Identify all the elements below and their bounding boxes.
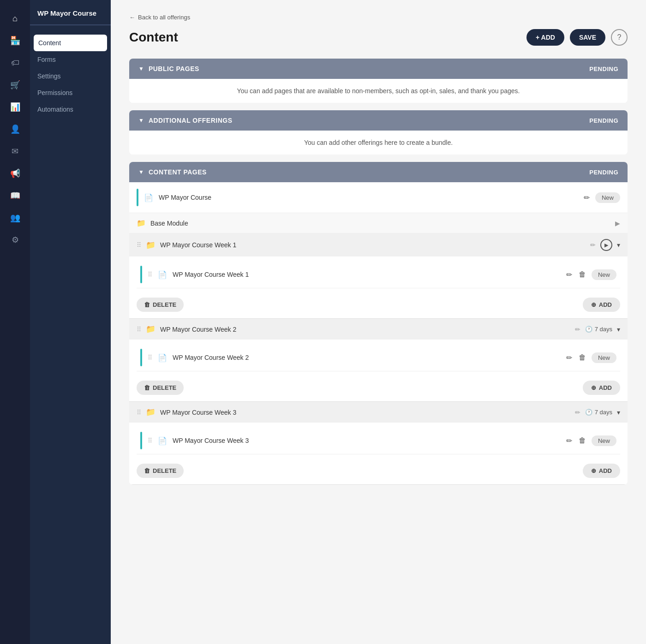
sidebar-icon-megaphone[interactable]: 📢: [6, 164, 24, 183]
module-week1-header: ⠿ 📁 WP Mayor Course Week 1 ✏ ▶ ▾: [129, 233, 628, 256]
module-week1-drag-handle[interactable]: ⠿: [137, 241, 141, 249]
module-week2-edit-icon[interactable]: ✏: [575, 326, 580, 333]
sidebar-icon-store[interactable]: 🏪: [6, 31, 24, 50]
module-week1-delete-icon: 🗑: [144, 301, 150, 308]
base-module-row[interactable]: 📁 Base Module ▶: [129, 213, 628, 233]
module-week3-edit-icon[interactable]: ✏: [575, 409, 580, 416]
module-week3-page-actions: ✏ 🗑 New: [565, 435, 616, 446]
sidebar-icon-cart[interactable]: 🛒: [6, 76, 24, 94]
add-button[interactable]: + ADD: [526, 29, 564, 46]
base-module-folder-icon: 📁: [137, 219, 146, 227]
module-week3-clock-icon: 🕐: [585, 409, 592, 416]
top-page-row: 📄 WP Mayor Course ✏ New: [129, 182, 628, 213]
sidebar-icon-book[interactable]: 📖: [6, 186, 24, 205]
content-pages-header[interactable]: ▼ CONTENT PAGES PENDING: [129, 162, 628, 182]
page-header: Content + ADD SAVE ?: [129, 29, 628, 46]
module-week2-page-badge: New: [592, 352, 616, 363]
public-pages-description: You can add pages that are available to …: [237, 87, 520, 95]
module-week3-delete-button[interactable]: 🗑 DELETE: [137, 464, 184, 478]
module-week1-edit-icon[interactable]: ✏: [590, 241, 596, 249]
module-week1-page-delete-btn[interactable]: 🗑: [578, 269, 587, 280]
module-week3-delay-badge: 🕐 7 days: [585, 409, 612, 416]
back-link[interactable]: ← Back to all offerings: [129, 14, 628, 21]
module-week2-delete-icon: 🗑: [144, 384, 150, 391]
module-week3-add-label: ADD: [599, 467, 612, 474]
module-week2-page-accent: [140, 349, 142, 366]
module-week2-clock-icon: 🕐: [585, 326, 592, 333]
module-week2-header: ⠿ 📁 WP Mayor Course Week 2 ✏ 🕐 7 days ▾: [129, 319, 628, 340]
module-week2-page-delete-btn[interactable]: 🗑: [578, 352, 587, 363]
public-pages-title: PUBLIC PAGES: [149, 65, 199, 72]
help-button[interactable]: ?: [611, 29, 628, 46]
module-week2-page-edit-btn[interactable]: ✏: [565, 352, 573, 363]
top-page-accent: [137, 189, 138, 206]
top-page-doc-icon: 📄: [144, 193, 153, 202]
module-week1-page-accent: [140, 266, 142, 283]
additional-offerings-description: You can add other offerings here to crea…: [304, 139, 453, 146]
public-pages-header[interactable]: ▼ PUBLIC PAGES PENDING: [129, 59, 628, 79]
sidebar-icon-home[interactable]: ⌂: [6, 9, 24, 28]
nav-item-permissions[interactable]: Permissions: [30, 84, 111, 101]
module-week1-add-button[interactable]: ⊕ ADD: [583, 298, 620, 312]
module-week3-page-accent: [140, 432, 142, 449]
public-pages-body: You can add pages that are available to …: [129, 79, 628, 103]
module-week3-folder-icon: 📁: [146, 407, 156, 417]
module-week3-drag-handle[interactable]: ⠿: [137, 409, 141, 416]
module-week1-page-actions: ✏ 🗑 New: [565, 269, 616, 280]
module-week3-page-row: ⠿ 📄 WP Mayor Course Week 3 ✏ 🗑 New: [137, 427, 620, 454]
nav-item-forms[interactable]: Forms: [30, 51, 111, 68]
nav-item-settings[interactable]: Settings: [30, 68, 111, 84]
module-week1-play-button[interactable]: ▶: [600, 239, 612, 251]
module-week1-page-drag[interactable]: ⠿: [148, 271, 152, 278]
module-week3-page-name: WP Mayor Course Week 3: [173, 437, 560, 444]
module-week1-add-label: ADD: [599, 301, 612, 308]
module-week2-delete-button[interactable]: 🗑 DELETE: [137, 381, 184, 395]
module-week1-name: WP Mayor Course Week 1: [160, 241, 586, 249]
additional-offerings-status: PENDING: [589, 117, 618, 124]
top-page-name: WP Mayor Course: [159, 194, 577, 201]
sidebar-icon-user[interactable]: 👤: [6, 120, 24, 138]
module-week3-body: ⠿ 📄 WP Mayor Course Week 3 ✏ 🗑 New: [129, 423, 628, 459]
public-pages-title-group: ▼ PUBLIC PAGES: [138, 65, 199, 72]
additional-offerings-title-group: ▼ ADDITIONAL OFFERINGS: [138, 117, 233, 124]
nav-item-automations[interactable]: Automations: [30, 101, 111, 118]
icon-sidebar: ⌂ 🏪 🏷 🛒 📊 👤 ✉ 📢 📖 👥 ⚙: [0, 0, 30, 644]
additional-offerings-chevron: ▼: [138, 117, 144, 124]
module-week2-page-actions: ✏ 🗑 New: [565, 352, 616, 363]
sidebar-icon-group[interactable]: 👥: [6, 209, 24, 227]
content-pages-section: ▼ CONTENT PAGES PENDING 📄 WP Mayor Cours…: [129, 162, 628, 485]
module-week3-page-edit-btn[interactable]: ✏: [565, 435, 573, 446]
additional-offerings-title: ADDITIONAL OFFERINGS: [149, 117, 233, 124]
nav-sidebar: WP Mayor Course Content Forms Settings P…: [30, 0, 111, 644]
module-week2-add-icon: ⊕: [591, 384, 596, 391]
brand-name: WP Mayor Course: [30, 9, 111, 25]
module-week3-name: WP Mayor Course Week 3: [160, 409, 570, 416]
module-week3-delete-icon: 🗑: [144, 467, 150, 474]
module-week2-page-doc-icon: 📄: [158, 353, 167, 362]
top-page-badge: New: [595, 192, 620, 203]
module-week3-page-delete-btn[interactable]: 🗑: [578, 435, 587, 446]
sidebar-icon-tag[interactable]: 🏷: [6, 54, 24, 72]
module-week1-delete-button[interactable]: 🗑 DELETE: [137, 298, 184, 312]
module-week3-dropdown[interactable]: ▾: [617, 409, 620, 416]
public-pages-status: PENDING: [589, 66, 618, 72]
module-week2-drag-handle[interactable]: ⠿: [137, 326, 141, 333]
module-week3-add-button[interactable]: ⊕ ADD: [583, 464, 620, 478]
sidebar-icon-gear[interactable]: ⚙: [6, 231, 24, 249]
save-button[interactable]: SAVE: [570, 29, 605, 46]
module-week3-footer: 🗑 DELETE ⊕ ADD: [129, 459, 628, 484]
top-page-edit-button[interactable]: ✏: [583, 192, 591, 203]
module-week2-page-drag[interactable]: ⠿: [148, 354, 152, 361]
module-week1-page-edit-btn[interactable]: ✏: [565, 269, 573, 280]
module-week2-add-button[interactable]: ⊕ ADD: [583, 381, 620, 395]
additional-offerings-header[interactable]: ▼ ADDITIONAL OFFERINGS PENDING: [129, 110, 628, 131]
module-week1-add-icon: ⊕: [591, 301, 596, 308]
sidebar-icon-mail[interactable]: ✉: [6, 142, 24, 161]
module-week2-dropdown[interactable]: ▾: [617, 326, 620, 333]
module-week3-page-drag[interactable]: ⠿: [148, 437, 152, 444]
base-module-arrow: ▶: [615, 220, 620, 227]
module-week1-dropdown[interactable]: ▾: [617, 241, 620, 249]
module-week3-page-badge: New: [592, 435, 616, 446]
sidebar-icon-chart[interactable]: 📊: [6, 98, 24, 116]
nav-item-content[interactable]: Content: [34, 35, 107, 51]
